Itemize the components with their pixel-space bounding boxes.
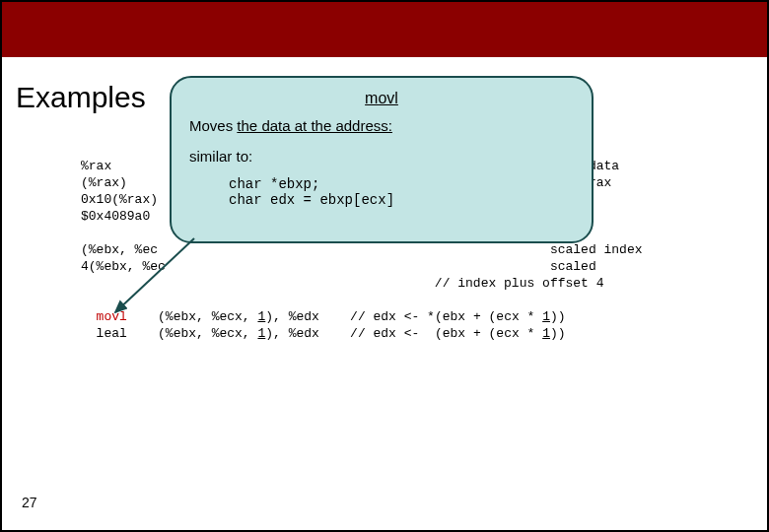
slide-title: Examples [16, 81, 146, 114]
code-l2a: (%rax) [81, 175, 127, 190]
code-m2c: ), %edx [265, 326, 319, 341]
code-l1a: %rax [81, 159, 111, 173]
code-l8c: // index plus offset 4 [435, 276, 604, 291]
code-l7c: scaled [550, 259, 596, 274]
code-m1d: // edx <- *(ebx + (ecx * [350, 309, 542, 324]
code-m2d: // edx <- (ebx + (ecx * [350, 326, 542, 341]
slide: Examples %rax ax is data (%rax) to by ra… [0, 0, 769, 532]
code-l6c: scaled index [550, 242, 643, 257]
code-m2u2: 1 [542, 326, 550, 341]
code-m1e: )) [550, 309, 566, 324]
code-m1c: ), %edx [265, 309, 319, 324]
callout-code2: char edx = ebxp[ecx] [229, 192, 394, 208]
arrow-icon [101, 233, 209, 327]
callout-code: char *ebxp; char edx = ebxp[ecx] [229, 176, 574, 208]
callout-title: movl [189, 90, 574, 107]
code-l3a: 0x10(%rax) [81, 192, 158, 207]
code-m2b: (%ebx, %ecx, [158, 326, 257, 341]
callout-code1: char *ebxp; [229, 176, 319, 192]
code-l4a: $0x4089a0 [81, 209, 150, 224]
callout-similar: similar to: [189, 148, 574, 165]
callout-line1: Moves the data at the address: [189, 117, 574, 134]
header-bar [2, 2, 767, 57]
svg-line-0 [115, 238, 194, 312]
code-m2a: leal [97, 326, 127, 341]
callout-line1a: Moves [189, 117, 237, 134]
callout-line1u: the data at the address: [237, 117, 392, 134]
page-number: 27 [22, 495, 37, 510]
callout-box: movl Moves the data at the address: simi… [170, 76, 594, 243]
code-m1u2: 1 [542, 309, 550, 324]
code-m2e: )) [550, 326, 566, 341]
